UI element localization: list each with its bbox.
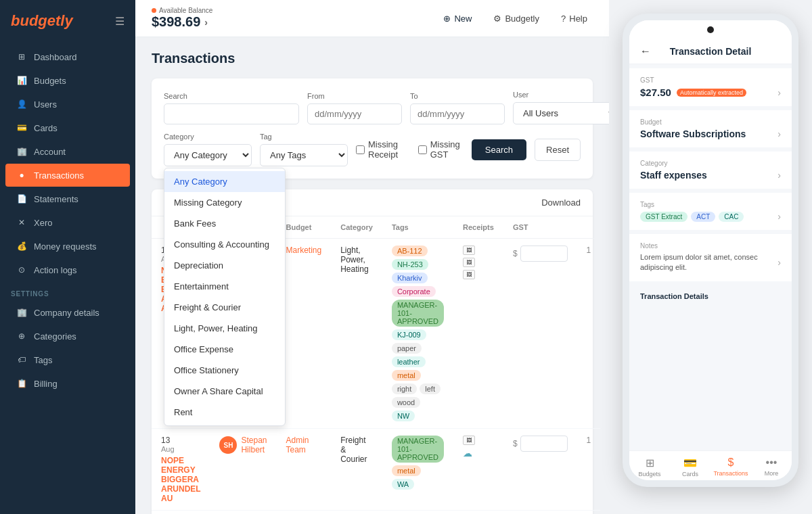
phone-nav-transactions[interactable]: $ Transactions bbox=[710, 457, 751, 477]
account-icon: 🏢 bbox=[16, 146, 27, 157]
tag-corporate[interactable]: Corporate bbox=[392, 286, 436, 297]
user-link-2[interactable]: StepanHilbert bbox=[241, 436, 267, 454]
tag-wa[interactable]: WA bbox=[392, 479, 414, 490]
tag-kharkiv[interactable]: Kharkiv bbox=[392, 273, 428, 283]
tag-metal-2[interactable]: metal bbox=[392, 465, 421, 476]
sidebar-item-budgets[interactable]: 📊 Budgets bbox=[5, 69, 130, 92]
tag-left[interactable]: left bbox=[420, 383, 441, 394]
dropdown-item-any-category[interactable]: Any Category bbox=[164, 171, 285, 192]
sidebar-item-tags[interactable]: 🏷 Tags bbox=[5, 348, 130, 371]
missing-receipt-checkbox[interactable] bbox=[356, 145, 365, 154]
tag-select[interactable]: Any Tags bbox=[260, 144, 348, 166]
sidebar-item-users[interactable]: 👤 Users bbox=[5, 93, 130, 116]
tag-approved-2[interactable]: MANAGER-101-APPROVED bbox=[392, 436, 444, 463]
receipt-icon-4[interactable]: 🖼 bbox=[463, 436, 475, 445]
dropdown-item-freight[interactable]: Freight & Courier bbox=[164, 297, 285, 318]
phone-tag-act[interactable]: ACT bbox=[691, 212, 715, 222]
phone-tag-cac[interactable]: CAC bbox=[719, 212, 744, 222]
nav-more-icon: ••• bbox=[766, 457, 777, 469]
tag-approved[interactable]: MANAGER-101-APPROVED bbox=[392, 300, 444, 327]
dropdown-item-office-expense[interactable]: Office Expense bbox=[164, 339, 285, 360]
tag-kj009[interactable]: KJ-009 bbox=[392, 329, 426, 340]
sidebar-item-account[interactable]: 🏢 Account bbox=[5, 140, 130, 163]
sidebar-item-cards[interactable]: 💳 Cards bbox=[5, 116, 130, 139]
dropdown-item-consulting[interactable]: Consulting & Accounting bbox=[164, 234, 285, 255]
phone-outer: ← Transaction Detail GST $27.50 Automati… bbox=[623, 14, 798, 487]
sidebar-item-transactions[interactable]: ● Transactions bbox=[5, 164, 130, 187]
sidebar-item-money-requests[interactable]: 💰 Money requests bbox=[5, 235, 130, 258]
new-button[interactable]: ⊕ New bbox=[438, 10, 477, 27]
sidebar-item-action-logs[interactable]: ⊙ Action logs bbox=[5, 258, 130, 281]
help-button[interactable]: ? Help bbox=[556, 10, 593, 27]
tag-group: Tag Any Tags bbox=[260, 133, 348, 166]
receipt-icon-3[interactable]: 🖼 bbox=[463, 270, 475, 279]
phone-bottom-nav: ⊞ Budgets 💳 Cards $ Transactions ••• Mor… bbox=[629, 450, 792, 480]
tag-metal[interactable]: metal bbox=[392, 370, 421, 381]
topbar-actions: ⊕ New ⚙ Budgetly ? Help bbox=[438, 10, 593, 27]
category-cell: Light, Power,Heating bbox=[331, 239, 382, 429]
action-logs-icon: ⊙ bbox=[16, 264, 27, 275]
phone-status-bar bbox=[629, 20, 792, 39]
dropdown-item-missing-category[interactable]: Missing Category bbox=[164, 192, 285, 213]
tag-leather[interactable]: leather bbox=[392, 356, 426, 367]
balance-amount: $398.69 › bbox=[152, 14, 212, 30]
notes-chevron-icon[interactable]: › bbox=[777, 257, 781, 268]
date-cell-2: 13 Aug NOPE ENERGY BIGGERA ARUNDEL AU bbox=[152, 429, 210, 511]
dropdown-item-entertainment[interactable]: Entertainment bbox=[164, 276, 285, 297]
sidebar-item-company-details[interactable]: 🏢 Company details bbox=[5, 301, 130, 324]
phone-nav-more[interactable]: ••• More bbox=[751, 457, 792, 477]
missing-gst-checkbox[interactable] bbox=[418, 145, 427, 154]
phone-nav-cards[interactable]: 💳 Cards bbox=[670, 457, 710, 477]
tag-ab112[interactable]: AB-112 bbox=[392, 246, 428, 256]
receipt-icon-1[interactable]: 🖼 bbox=[463, 246, 475, 255]
budget-link[interactable]: Marketing bbox=[286, 246, 322, 255]
category-chevron-icon[interactable]: › bbox=[777, 170, 781, 181]
phone-nav-budgets[interactable]: ⊞ Budgets bbox=[629, 457, 670, 477]
sidebar-item-label: Billing bbox=[34, 379, 58, 389]
phone-back-button[interactable]: ← bbox=[640, 45, 651, 57]
tag-paper[interactable]: paper bbox=[392, 343, 422, 354]
tags-chevron-icon[interactable]: › bbox=[777, 211, 781, 222]
hamburger-menu[interactable]: ☰ bbox=[115, 15, 125, 28]
budget-link-2[interactable]: Admin Team bbox=[286, 436, 309, 454]
balance-arrow-icon[interactable]: › bbox=[204, 17, 208, 28]
tag-right[interactable]: right bbox=[392, 383, 417, 394]
phone-tag-gst-extract[interactable]: GST Extract bbox=[640, 212, 687, 222]
phone-content: ← Transaction Detail GST $27.50 Automati… bbox=[629, 39, 792, 450]
sidebar-item-label: Account bbox=[34, 147, 66, 157]
gst-input[interactable] bbox=[520, 246, 568, 262]
dropdown-item-rent[interactable]: Rent bbox=[164, 402, 285, 423]
to-date-input[interactable] bbox=[410, 103, 505, 124]
search-input[interactable] bbox=[164, 103, 299, 124]
dropdown-item-owner-share[interactable]: Owner A Share Capital bbox=[164, 381, 285, 402]
download-button[interactable]: Download bbox=[541, 197, 581, 208]
tag-nw[interactable]: NW bbox=[392, 411, 415, 421]
dropdown-item-bank-fees[interactable]: Bank Fees bbox=[164, 213, 285, 234]
cloud-icon[interactable]: ☁ bbox=[463, 448, 494, 459]
dropdown-item-depreciation[interactable]: Depreciation bbox=[164, 255, 285, 276]
receipts-cell-2: 🖼 ☁ bbox=[453, 429, 503, 511]
receipt-icon-2[interactable]: 🖼 bbox=[463, 258, 475, 267]
from-date-input[interactable] bbox=[307, 103, 402, 124]
sidebar-item-categories[interactable]: ⊕ Categories bbox=[5, 325, 130, 348]
dropdown-item-office-stationery[interactable]: Office Stationery bbox=[164, 360, 285, 381]
gst-chevron-icon[interactable]: › bbox=[777, 87, 781, 98]
budgetly-button[interactable]: ⚙ Budgetly bbox=[488, 10, 545, 27]
tag-wood[interactable]: wood bbox=[392, 397, 420, 408]
tags-cell: AB-112 NH-253 Kharkiv Corporate MANAGER-… bbox=[382, 239, 453, 429]
sidebar-item-xero[interactable]: ✕ Xero bbox=[5, 211, 130, 234]
user-select[interactable]: All Users bbox=[513, 102, 609, 124]
search-button[interactable]: Search bbox=[472, 139, 526, 160]
sidebar-item-billing[interactable]: 📋 Billing bbox=[5, 372, 130, 395]
budget-label: Budget bbox=[640, 118, 781, 126]
help-icon: ? bbox=[561, 14, 566, 24]
dropdown-item-light-power[interactable]: Light, Power, Heating bbox=[164, 318, 285, 339]
sidebar-logo-area: budgetly ☰ bbox=[0, 0, 135, 42]
gst-input-2[interactable] bbox=[520, 436, 568, 452]
budget-chevron-icon[interactable]: › bbox=[777, 128, 781, 139]
sidebar-item-statements[interactable]: 📄 Statements bbox=[5, 187, 130, 210]
tag-nh253[interactable]: NH-253 bbox=[392, 259, 428, 270]
category-select[interactable]: Any Category bbox=[164, 144, 252, 166]
reset-button[interactable]: Reset bbox=[535, 139, 581, 161]
sidebar-item-dashboard[interactable]: ⊞ Dashboard bbox=[5, 45, 130, 68]
